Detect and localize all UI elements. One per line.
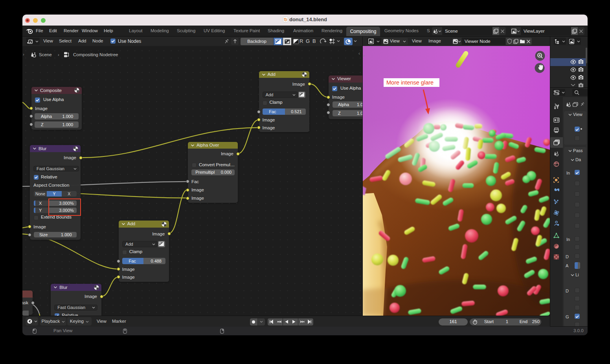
svg-text:‹: ‹ (546, 53, 548, 58)
svg-text:More intense glare: More intense glare (386, 79, 434, 86)
svg-text:›: › (363, 53, 365, 58)
